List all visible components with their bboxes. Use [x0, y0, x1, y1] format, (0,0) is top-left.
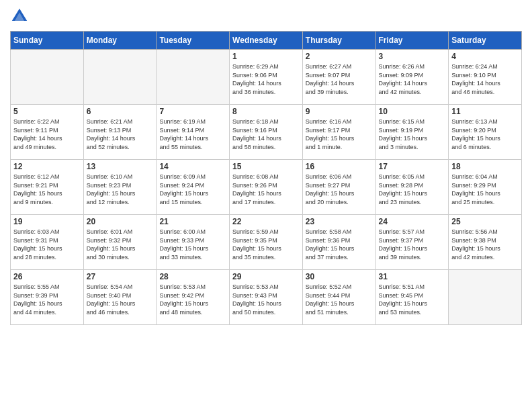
week-row-4: 26Sunrise: 5:55 AM Sunset: 9:39 PM Dayli…	[11, 270, 522, 325]
day-info: Sunrise: 5:53 AM Sunset: 9:42 PM Dayligh…	[159, 283, 226, 316]
day-info: Sunrise: 6:19 AM Sunset: 9:14 PM Dayligh…	[159, 118, 226, 151]
day-info: Sunrise: 5:51 AM Sunset: 9:45 PM Dayligh…	[379, 283, 446, 316]
day-info: Sunrise: 6:01 AM Sunset: 9:32 PM Dayligh…	[87, 228, 154, 261]
day-info: Sunrise: 6:21 AM Sunset: 9:13 PM Dayligh…	[87, 118, 154, 151]
weekday-header-friday: Friday	[375, 32, 449, 50]
calendar-cell: 24Sunrise: 5:57 AM Sunset: 9:37 PM Dayli…	[375, 215, 449, 270]
day-number: 9	[306, 107, 373, 116]
day-info: Sunrise: 6:08 AM Sunset: 9:26 PM Dayligh…	[232, 173, 300, 206]
calendar-cell: 8Sunrise: 6:18 AM Sunset: 9:16 PM Daylig…	[230, 105, 303, 160]
calendar-cell: 19Sunrise: 6:03 AM Sunset: 9:31 PM Dayli…	[11, 215, 84, 270]
weekday-header-sunday: Sunday	[11, 32, 84, 50]
day-number: 1	[232, 52, 300, 61]
week-row-0: 1Sunrise: 6:29 AM Sunset: 9:06 PM Daylig…	[11, 50, 522, 105]
calendar-cell: 17Sunrise: 6:05 AM Sunset: 9:28 PM Dayli…	[375, 160, 449, 215]
calendar-cell: 30Sunrise: 5:52 AM Sunset: 9:44 PM Dayli…	[302, 270, 375, 325]
calendar-cell: 15Sunrise: 6:08 AM Sunset: 9:26 PM Dayli…	[230, 160, 303, 215]
weekday-row: SundayMondayTuesdayWednesdayThursdayFrid…	[11, 32, 522, 50]
calendar-cell: 9Sunrise: 6:16 AM Sunset: 9:17 PM Daylig…	[302, 105, 375, 160]
calendar-header: SundayMondayTuesdayWednesdayThursdayFrid…	[11, 32, 522, 50]
day-number: 17	[379, 162, 446, 171]
calendar-cell: 12Sunrise: 6:12 AM Sunset: 9:21 PM Dayli…	[11, 160, 84, 215]
calendar-cell: 28Sunrise: 5:53 AM Sunset: 9:42 PM Dayli…	[157, 270, 230, 325]
day-info: Sunrise: 6:00 AM Sunset: 9:33 PM Dayligh…	[159, 228, 226, 261]
week-row-2: 12Sunrise: 6:12 AM Sunset: 9:21 PM Dayli…	[11, 160, 522, 215]
calendar-cell	[157, 50, 230, 105]
calendar-cell: 18Sunrise: 6:04 AM Sunset: 9:29 PM Dayli…	[449, 160, 522, 215]
day-number: 27	[87, 272, 154, 281]
day-number: 31	[379, 272, 446, 281]
calendar-cell: 31Sunrise: 5:51 AM Sunset: 9:45 PM Dayli…	[375, 270, 449, 325]
calendar-cell: 16Sunrise: 6:06 AM Sunset: 9:27 PM Dayli…	[302, 160, 375, 215]
weekday-header-wednesday: Wednesday	[230, 32, 303, 50]
day-info: Sunrise: 6:26 AM Sunset: 9:09 PM Dayligh…	[379, 62, 446, 96]
weekday-header-tuesday: Tuesday	[157, 32, 230, 50]
day-number: 6	[87, 107, 154, 116]
day-info: Sunrise: 5:55 AM Sunset: 9:39 PM Dayligh…	[13, 283, 81, 316]
header	[10, 7, 522, 26]
day-info: Sunrise: 6:29 AM Sunset: 9:06 PM Dayligh…	[232, 62, 300, 96]
logo	[10, 7, 32, 26]
calendar-cell: 11Sunrise: 6:13 AM Sunset: 9:20 PM Dayli…	[449, 105, 522, 160]
day-number: 19	[13, 217, 81, 226]
day-info: Sunrise: 6:10 AM Sunset: 9:23 PM Dayligh…	[87, 173, 154, 206]
day-info: Sunrise: 5:59 AM Sunset: 9:35 PM Dayligh…	[232, 228, 300, 261]
day-number: 2	[306, 52, 373, 61]
day-number: 23	[306, 217, 373, 226]
day-number: 26	[13, 272, 81, 281]
calendar-cell: 2Sunrise: 6:27 AM Sunset: 9:07 PM Daylig…	[302, 50, 375, 105]
day-info: Sunrise: 6:16 AM Sunset: 9:17 PM Dayligh…	[306, 118, 373, 151]
calendar-cell: 25Sunrise: 5:56 AM Sunset: 9:38 PM Dayli…	[449, 215, 522, 270]
day-info: Sunrise: 6:12 AM Sunset: 9:21 PM Dayligh…	[13, 173, 81, 206]
calendar-cell: 10Sunrise: 6:15 AM Sunset: 9:19 PM Dayli…	[375, 105, 449, 160]
week-row-3: 19Sunrise: 6:03 AM Sunset: 9:31 PM Dayli…	[11, 215, 522, 270]
calendar-cell: 7Sunrise: 6:19 AM Sunset: 9:14 PM Daylig…	[157, 105, 230, 160]
day-number: 30	[306, 272, 373, 281]
day-info: Sunrise: 6:22 AM Sunset: 9:11 PM Dayligh…	[13, 118, 81, 151]
calendar-cell: 3Sunrise: 6:26 AM Sunset: 9:09 PM Daylig…	[375, 50, 449, 105]
day-number: 24	[379, 217, 446, 226]
calendar-cell: 20Sunrise: 6:01 AM Sunset: 9:32 PM Dayli…	[83, 215, 157, 270]
day-number: 25	[451, 217, 519, 226]
day-number: 22	[232, 217, 300, 226]
weekday-header-monday: Monday	[83, 32, 157, 50]
calendar-cell: 5Sunrise: 6:22 AM Sunset: 9:11 PM Daylig…	[11, 105, 84, 160]
day-number: 7	[159, 107, 226, 116]
day-number: 8	[232, 107, 300, 116]
day-number: 29	[232, 272, 300, 281]
calendar-cell: 23Sunrise: 5:58 AM Sunset: 9:36 PM Dayli…	[302, 215, 375, 270]
calendar-cell: 14Sunrise: 6:09 AM Sunset: 9:24 PM Dayli…	[157, 160, 230, 215]
day-number: 14	[159, 162, 226, 171]
calendar-table: SundayMondayTuesdayWednesdayThursdayFrid…	[10, 31, 522, 325]
calendar-cell: 1Sunrise: 6:29 AM Sunset: 9:06 PM Daylig…	[230, 50, 303, 105]
day-info: Sunrise: 6:13 AM Sunset: 9:20 PM Dayligh…	[451, 118, 519, 151]
day-number: 12	[13, 162, 81, 171]
day-info: Sunrise: 5:52 AM Sunset: 9:44 PM Dayligh…	[306, 283, 373, 316]
calendar-cell	[11, 50, 84, 105]
calendar-cell: 13Sunrise: 6:10 AM Sunset: 9:23 PM Dayli…	[83, 160, 157, 215]
calendar-cell: 29Sunrise: 5:53 AM Sunset: 9:43 PM Dayli…	[230, 270, 303, 325]
day-info: Sunrise: 6:05 AM Sunset: 9:28 PM Dayligh…	[379, 173, 446, 206]
calendar-cell: 21Sunrise: 6:00 AM Sunset: 9:33 PM Dayli…	[157, 215, 230, 270]
day-info: Sunrise: 6:18 AM Sunset: 9:16 PM Dayligh…	[232, 118, 300, 151]
page: SundayMondayTuesdayWednesdayThursdayFrid…	[0, 0, 532, 411]
calendar-cell: 26Sunrise: 5:55 AM Sunset: 9:39 PM Dayli…	[11, 270, 84, 325]
day-number: 5	[13, 107, 81, 116]
day-number: 13	[87, 162, 154, 171]
weekday-header-thursday: Thursday	[302, 32, 375, 50]
calendar-cell: 22Sunrise: 5:59 AM Sunset: 9:35 PM Dayli…	[230, 215, 303, 270]
day-info: Sunrise: 5:56 AM Sunset: 9:38 PM Dayligh…	[451, 228, 519, 261]
day-info: Sunrise: 5:53 AM Sunset: 9:43 PM Dayligh…	[232, 283, 300, 316]
day-info: Sunrise: 6:15 AM Sunset: 9:19 PM Dayligh…	[379, 118, 446, 151]
day-info: Sunrise: 5:57 AM Sunset: 9:37 PM Dayligh…	[379, 228, 446, 261]
calendar-cell: 27Sunrise: 5:54 AM Sunset: 9:40 PM Dayli…	[83, 270, 157, 325]
week-row-1: 5Sunrise: 6:22 AM Sunset: 9:11 PM Daylig…	[11, 105, 522, 160]
weekday-header-saturday: Saturday	[449, 32, 522, 50]
day-number: 11	[451, 107, 519, 116]
day-number: 16	[306, 162, 373, 171]
day-number: 4	[451, 52, 519, 61]
day-number: 21	[159, 217, 226, 226]
calendar-cell: 6Sunrise: 6:21 AM Sunset: 9:13 PM Daylig…	[83, 105, 157, 160]
day-number: 10	[379, 107, 446, 116]
calendar-cell	[449, 270, 522, 325]
